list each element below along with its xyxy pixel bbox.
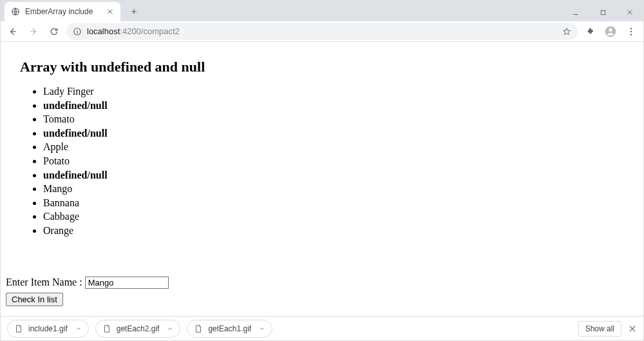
list-item: Mango: [43, 182, 638, 196]
kebab-icon: [626, 26, 636, 37]
downloads-bar: include1.gif getEach2.gif getEach1.gif S…: [1, 316, 643, 340]
list-item: Potato: [43, 154, 638, 168]
url-text: localhost:4200/compact2: [87, 26, 180, 36]
list-item: undefined/null: [43, 99, 638, 113]
svg-point-4: [609, 28, 612, 31]
svg-point-7: [630, 34, 632, 35]
info-icon: [73, 27, 82, 36]
list-item: undefined/null: [43, 126, 638, 141]
item-name-input[interactable]: [85, 277, 169, 289]
file-icon: [102, 324, 111, 334]
url-host: localhost: [87, 26, 120, 36]
tab-title: EmberArray include: [25, 7, 106, 16]
reload-icon: [49, 26, 59, 37]
list-item: Orange: [43, 224, 638, 238]
profile-button[interactable]: [602, 23, 619, 40]
arrow-right-icon: [28, 26, 39, 37]
check-in-list-button[interactable]: Check In list: [6, 293, 63, 306]
tab-active[interactable]: EmberArray include: [5, 2, 120, 21]
page-content: Array with undefined and null Lady Finge…: [1, 42, 643, 316]
download-item[interactable]: getEach2.gif: [95, 320, 181, 338]
puzzle-icon: [585, 26, 595, 37]
tab-strip: EmberArray include: [1, 1, 643, 21]
download-filename: getEach1.gif: [208, 324, 251, 333]
download-filename: getEach2.gif: [117, 324, 160, 333]
form-row: Enter Item Name :: [6, 277, 638, 289]
download-item[interactable]: include1.gif: [7, 320, 89, 338]
svg-rect-1: [601, 10, 605, 14]
minimize-button[interactable]: [562, 3, 589, 21]
chevron-up-icon[interactable]: [75, 326, 82, 332]
maximize-button[interactable]: [589, 3, 616, 21]
svg-point-5: [630, 28, 632, 29]
window-controls: [562, 3, 643, 21]
back-button[interactable]: [5, 23, 21, 40]
user-icon: [604, 25, 617, 38]
menu-button[interactable]: [623, 23, 639, 40]
extensions-button[interactable]: [582, 23, 598, 40]
chevron-up-icon[interactable]: [167, 326, 173, 332]
list-item: undefined/null: [43, 168, 638, 182]
close-icon[interactable]: [106, 8, 114, 15]
browser-window: EmberArray include localhost:: [0, 0, 644, 341]
download-item[interactable]: getEach1.gif: [187, 320, 272, 338]
item-list: Lady Fingerundefined/nullTomatoundefined…: [30, 84, 638, 238]
list-item: Apple: [43, 140, 638, 154]
download-items: include1.gif getEach2.gif getEach1.gif: [7, 320, 272, 338]
new-tab-button[interactable]: [126, 3, 142, 20]
list-item: Lady Finger: [43, 84, 638, 99]
forward-button[interactable]: [25, 23, 42, 40]
toolbar: localhost:4200/compact2: [1, 21, 643, 42]
chevron-up-icon[interactable]: [259, 326, 265, 332]
show-all-button[interactable]: Show all: [578, 321, 621, 336]
file-icon: [194, 324, 203, 334]
file-icon: [14, 324, 23, 334]
url-path: :4200/compact2: [120, 26, 180, 36]
list-item: Cabbage: [43, 209, 638, 224]
downloads-right: Show all: [578, 321, 637, 336]
list-item: Bannana: [43, 196, 638, 210]
list-item: Tomato: [43, 112, 638, 126]
svg-point-6: [630, 30, 632, 32]
window-close-button[interactable]: [616, 3, 643, 21]
arrow-left-icon: [8, 26, 18, 37]
page-heading: Array with undefined and null: [20, 59, 638, 75]
download-filename: include1.gif: [28, 324, 68, 333]
globe-icon: [11, 7, 20, 16]
star-icon[interactable]: [562, 27, 571, 36]
close-icon[interactable]: [628, 324, 637, 333]
input-label: Enter Item Name :: [6, 277, 85, 287]
reload-button[interactable]: [46, 23, 62, 40]
address-bar[interactable]: localhost:4200/compact2: [66, 23, 578, 40]
plus-icon: [129, 7, 138, 16]
